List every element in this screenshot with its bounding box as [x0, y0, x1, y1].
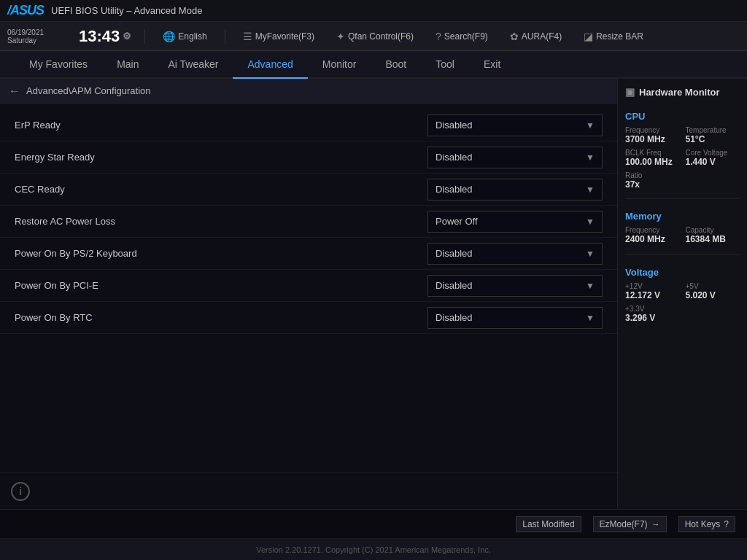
divider-memory-voltage [625, 254, 740, 255]
cpu-bclk: BCLK Freq 100.00 MHz [625, 149, 680, 167]
cpu-core-voltage: Core Voltage 1.440 V [686, 149, 740, 167]
ez-mode-button[interactable]: EzMode(F7) → [593, 516, 667, 532]
rtc-dropdown[interactable]: Disabled ▼ [427, 307, 603, 329]
nav-tabs: My Favorites Main Ai Tweaker Advanced Mo… [0, 51, 747, 79]
rtc-label: Power On By RTC [15, 312, 427, 323]
hot-keys-label: Hot Keys [685, 519, 721, 529]
voltage-12v: +12V 12.172 V [625, 282, 680, 300]
ps2-keyboard-label: Power On By PS/2 Keyboard [15, 248, 427, 259]
settings-icon[interactable]: ⚙ [123, 31, 131, 41]
divider-1 [144, 29, 145, 44]
energy-star-label: Energy Star Ready [15, 152, 427, 163]
aura-label: AURA(F4) [522, 31, 562, 42]
ps2-keyboard-dropdown[interactable]: Disabled ▼ [427, 243, 603, 265]
bios-title: UEFI BIOS Utility – Advanced Mode [51, 5, 202, 16]
search-icon: ? [436, 31, 441, 42]
info-icon: i [19, 486, 21, 497]
cpu-temperature: Temperature 51°C [686, 126, 740, 144]
cec-ready-label: CEC Ready [15, 184, 427, 195]
divider-cpu-memory [625, 198, 740, 199]
search-button[interactable]: ? Search(F9) [431, 29, 492, 44]
memory-section-title: Memory [625, 211, 740, 222]
aura-icon: ✿ [510, 31, 519, 42]
cpu-section-title: CPU [625, 111, 740, 122]
arrow-right-icon: → [651, 519, 660, 529]
ez-mode-label: EzMode(F7) [600, 519, 648, 529]
tab-monitor[interactable]: Monitor [308, 51, 371, 79]
my-favorite-label: MyFavorite(F3) [255, 31, 314, 42]
pcie-label: Power On By PCI-E [15, 280, 427, 291]
setting-row-ps2: Power On By PS/2 Keyboard Disabled ▼ [0, 238, 617, 270]
setting-row-pcie: Power On By PCI-E Disabled ▼ [0, 270, 617, 302]
energy-star-dropdown[interactable]: Disabled ▼ [427, 147, 603, 168]
memory-capacity: Capacity 16384 MB [686, 226, 740, 244]
bottom-bar: Last Modified EzMode(F7) → Hot Keys ? [0, 509, 747, 538]
back-arrow-icon[interactable]: ← [9, 85, 20, 98]
tab-boot[interactable]: Boot [371, 51, 421, 79]
erp-ready-dropdown[interactable]: Disabled ▼ [427, 114, 603, 136]
pcie-dropdown[interactable]: Disabled ▼ [427, 275, 603, 297]
tab-my-favorites[interactable]: My Favorites [15, 51, 102, 79]
cpu-ratio: Ratio 37x [625, 171, 740, 190]
chevron-down-icon: ▼ [586, 281, 595, 291]
day-text: Saturday [7, 36, 66, 44]
date-text: 06/19/2021 [7, 28, 66, 36]
memory-frequency: Frequency 2400 MHz [625, 226, 680, 244]
tab-tool[interactable]: Tool [421, 51, 469, 79]
header-bar: /ASUS UEFI BIOS Utility – Advanced Mode [0, 0, 747, 22]
chevron-down-icon: ▼ [586, 152, 595, 163]
info-button[interactable]: i [11, 482, 30, 501]
resize-bar-label: Resize BAR [596, 31, 643, 42]
monitor-icon: ▣ [625, 86, 635, 98]
tab-ai-tweaker[interactable]: Ai Tweaker [153, 51, 233, 79]
chevron-down-icon: ▼ [586, 184, 595, 195]
voltage-5v: +5V 5.020 V [686, 282, 740, 300]
ac-power-dropdown[interactable]: Power Off ▼ [427, 211, 603, 233]
hot-keys-button[interactable]: Hot Keys ? [678, 516, 735, 532]
my-favorite-button[interactable]: ☰ MyFavorite(F3) [239, 29, 319, 44]
ac-power-label: Restore AC Power Loss [15, 216, 427, 227]
globe-icon: 🌐 [163, 31, 175, 42]
breadcrumb-path: Advanced\APM Configuration [26, 85, 151, 96]
time-text: 13:43 [79, 28, 120, 44]
voltage-33v: +3.3V 3.296 V [625, 305, 740, 323]
language-label: English [178, 31, 206, 42]
content-area: ← Advanced\APM Configuration ErP Ready D… [0, 79, 617, 509]
tab-exit[interactable]: Exit [469, 51, 515, 79]
erp-ready-label: ErP Ready [15, 120, 427, 131]
resize-bar-button[interactable]: ◪ Resize BAR [579, 29, 648, 44]
chevron-down-icon: ▼ [586, 120, 595, 131]
voltage-metrics: +12V 12.172 V +5V 5.020 V [625, 282, 740, 300]
pcie-value: Disabled [436, 280, 473, 291]
chevron-down-icon: ▼ [586, 249, 595, 259]
aura-button[interactable]: ✿ AURA(F4) [506, 29, 566, 44]
asus-logo: /ASUS [7, 3, 44, 18]
question-icon: ? [724, 519, 729, 529]
breadcrumb: ← Advanced\APM Configuration [0, 79, 617, 104]
cpu-frequency: Frequency 3700 MHz [625, 126, 680, 144]
setting-row-ac-power: Restore AC Power Loss Power Off ▼ [0, 206, 617, 238]
language-button[interactable]: 🌐 English [158, 29, 211, 44]
setting-row-rtc: Power On By RTC Disabled ▼ [0, 302, 617, 334]
cec-ready-value: Disabled [436, 184, 473, 195]
setting-row-energy-star: Energy Star Ready Disabled ▼ [0, 141, 617, 174]
favorite-icon: ☰ [243, 31, 252, 42]
tab-main[interactable]: Main [102, 51, 153, 79]
divider-2 [225, 29, 225, 44]
qfan-button[interactable]: ✦ Qfan Control(F6) [332, 29, 418, 44]
main-layout: ← Advanced\APM Configuration ErP Ready D… [0, 79, 747, 509]
last-modified-button[interactable]: Last Modified [516, 516, 581, 532]
ac-power-value: Power Off [436, 216, 478, 227]
clock: 13:43 ⚙ [79, 28, 131, 44]
chevron-down-icon: ▼ [586, 313, 595, 323]
erp-ready-value: Disabled [436, 120, 473, 131]
search-label: Search(F9) [444, 31, 488, 42]
qfan-label: Qfan Control(F6) [348, 31, 414, 42]
setting-row-cec: CEC Ready Disabled ▼ [0, 174, 617, 206]
tab-advanced[interactable]: Advanced [233, 51, 307, 79]
settings-list: ErP Ready Disabled ▼ Energy Star Ready D… [0, 104, 617, 472]
fan-icon: ✦ [336, 31, 345, 42]
chevron-down-icon: ▼ [586, 217, 595, 227]
cec-ready-dropdown[interactable]: Disabled ▼ [427, 179, 603, 201]
hardware-monitor-panel: ▣ Hardware Monitor CPU Frequency 3700 MH… [617, 79, 747, 509]
